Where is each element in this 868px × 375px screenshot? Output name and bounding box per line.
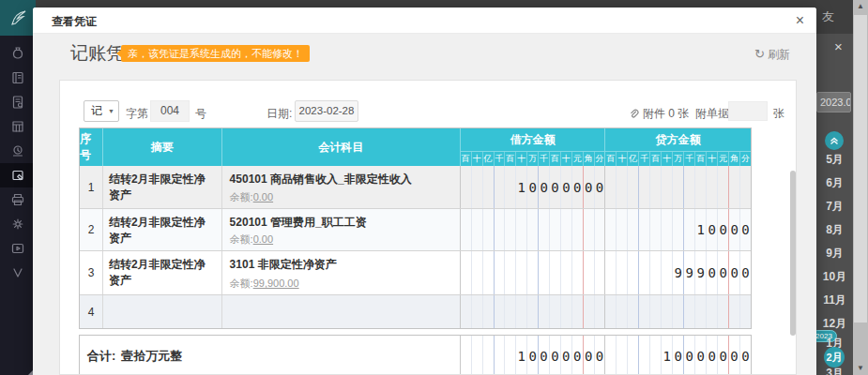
reports-icon — [10, 95, 25, 110]
digit-col-label: 千 — [539, 152, 550, 166]
sidebar-item-brand[interactable] — [0, 261, 36, 285]
modal-scrollbar-thumb[interactable] — [790, 171, 796, 336]
digit-cell — [539, 251, 550, 294]
digit-cell — [527, 251, 539, 294]
date-field[interactable]: 2023-02-28 — [295, 100, 358, 122]
modal-header: 查看凭证 × — [33, 8, 816, 34]
digit-col-label: 元 — [572, 152, 584, 166]
digit-cell — [483, 336, 495, 375]
digit-cell — [639, 295, 650, 328]
month-8[interactable]: 8月 — [816, 222, 853, 238]
digit-cell — [684, 295, 695, 328]
month-6[interactable]: 6月 — [816, 175, 853, 191]
month-11[interactable]: 11月 — [816, 292, 853, 308]
credit-amount — [605, 295, 751, 328]
sidebar-item-tutorial[interactable] — [0, 236, 36, 261]
row-summary: 结转2月非限定性净资产 — [103, 251, 222, 294]
sidebar-item-invoices[interactable] — [0, 114, 36, 139]
subject-name: 450101 商品销售收入_非限定性收入 — [230, 172, 452, 188]
sidebar — [0, 0, 36, 375]
digit-cell: 1 — [516, 336, 527, 375]
digit-cell: 0 — [550, 336, 561, 375]
digit-cell — [628, 251, 639, 294]
collapse-months-button[interactable] — [825, 131, 844, 150]
refresh-button[interactable]: ↻刷新 — [754, 47, 790, 63]
balance-value-link[interactable]: 0.00 — [253, 191, 273, 202]
scroll-up-arrow-icon[interactable]: ▲ — [853, 0, 868, 13]
digit-col-label: 十 — [617, 152, 628, 166]
digit-col-label: 分 — [595, 152, 605, 166]
digit-cell — [561, 251, 572, 294]
balance-value-link[interactable]: 0.00 — [253, 233, 273, 245]
scroll-down-arrow-icon[interactable]: ▼ — [853, 362, 868, 375]
digit-cell — [617, 295, 628, 328]
digit-cell: 0 — [740, 251, 751, 294]
month-10[interactable]: 10月 — [816, 269, 853, 285]
digit-cell — [550, 251, 561, 294]
digit-cell: 0 — [729, 209, 740, 250]
digit-cell — [650, 166, 662, 208]
digit-cell: 0 — [718, 251, 729, 294]
subject-name: 520101 管理费用_职工工资 — [230, 215, 452, 231]
digit-col-label: 角 — [729, 152, 740, 166]
sidebar-item-print[interactable] — [0, 188, 36, 212]
digit-cell — [539, 295, 550, 328]
sidebar-item-settings[interactable] — [0, 212, 36, 236]
paperclip-icon — [629, 109, 639, 119]
digit-cell — [516, 251, 527, 294]
digit-cell — [684, 209, 695, 250]
voucher-row-4: 4 — [80, 294, 751, 328]
digit-col-label: 亿 — [628, 152, 639, 166]
digit-cell — [605, 166, 617, 208]
digit-col-label: 角 — [584, 152, 595, 166]
sidebar-item-vouchers[interactable] — [0, 163, 36, 188]
app-logo[interactable] — [0, 0, 36, 36]
digit-cell — [639, 166, 650, 208]
scrollbar-thumb[interactable] — [854, 15, 867, 322]
app-stage: 友 × 2023.0 5月6月7月8月9月10月11月12月 2023 1月 2… — [0, 0, 868, 375]
digit-cell — [684, 166, 695, 208]
digit-cell — [605, 209, 617, 250]
digit-cell — [662, 209, 673, 250]
header-no: 序号 — [80, 128, 103, 166]
month-7[interactable]: 7月 — [816, 199, 853, 215]
balance-label: 余额: — [230, 191, 253, 202]
modal-close-icon[interactable]: × — [796, 12, 804, 29]
receipts-field[interactable] — [728, 101, 768, 121]
digit-col-label: 百 — [505, 152, 516, 166]
attachments-link[interactable]: 附件 0 张 — [629, 106, 689, 122]
row-summary: 结转2月非限定性净资产 — [103, 166, 222, 208]
row-summary — [103, 295, 222, 328]
sidebar-item-checkout[interactable] — [0, 139, 36, 163]
digit-cell — [505, 295, 516, 328]
voucher-type-select[interactable]: 记 ▼ — [84, 100, 119, 122]
month-5[interactable]: 5月 — [816, 152, 853, 168]
sidebar-item-reports[interactable] — [0, 90, 36, 114]
period-date-field[interactable]: 2023.0 — [816, 92, 851, 112]
digit-cell — [516, 295, 527, 328]
digit-cell — [505, 209, 516, 250]
settings-icon — [10, 217, 25, 232]
voucher-number-field[interactable]: 004 — [150, 100, 190, 122]
checkout-icon — [10, 143, 25, 158]
total-debit-amount: 10000000 — [461, 336, 606, 375]
month-mar[interactable]: 3月 — [816, 366, 853, 375]
digit-cell — [472, 336, 483, 375]
voucher-type-value: 记 — [91, 103, 102, 119]
digit-cell: 0 — [718, 209, 729, 250]
hao-label: 号 — [195, 106, 206, 122]
total-label: 合计: 壹拾万元整 — [80, 336, 461, 375]
month-9[interactable]: 9月 — [816, 246, 853, 262]
panel-close-icon[interactable]: × — [834, 38, 843, 54]
digit-col-label: 元 — [718, 152, 729, 166]
sidebar-item-accounts[interactable] — [0, 66, 36, 90]
digit-cell — [461, 166, 472, 208]
page-scrollbar[interactable]: ▲ ▼ — [853, 0, 868, 375]
sidebar-item-funds[interactable] — [0, 41, 36, 66]
month-feb-selected[interactable]: 2月 — [824, 347, 845, 368]
digit-cell — [662, 295, 673, 328]
debit-amount — [461, 251, 606, 294]
credit-amount: 9990000 — [605, 251, 751, 294]
digit-cell — [483, 209, 495, 250]
balance-value-link[interactable]: 99,900.00 — [253, 278, 299, 289]
